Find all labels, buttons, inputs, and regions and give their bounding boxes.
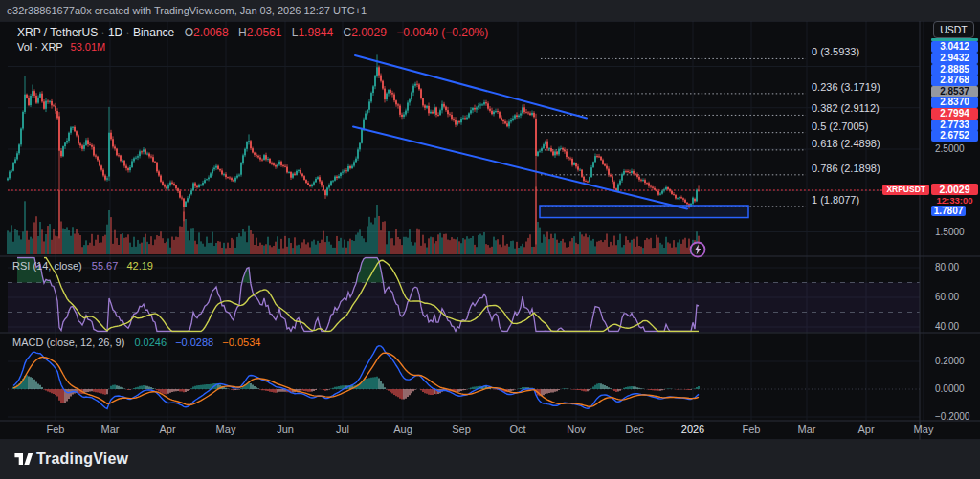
high-label: H [238,26,247,39]
macd-tick-label: 0.2000 [935,356,965,366]
last-price-label[interactable]: 2.0029 [931,184,978,195]
price-alert-label[interactable]: 3.0412 [931,41,978,53]
price-alert-label[interactable]: 2.7994 [931,108,978,120]
macd-hist-value: 0.0246 [134,337,167,348]
fib-level-label: 0.618 (2.4898) [812,138,880,149]
time-axis-label: Apr [858,424,874,435]
fib-level-label: 1 (1.8077) [812,194,859,206]
fib-level-label: 0.5 (2.7005) [812,120,868,132]
fib-level-label: 0.786 (2.1898) [812,163,880,174]
rsi-value: 55.67 [92,260,119,272]
fib-level-label: 0 (3.5933) [812,46,859,57]
time-axis-label: Jul [336,424,349,435]
macd-tick-label: 0.0000 [935,383,965,394]
rsi-title: RSI (14, close) [12,260,82,272]
price-alert-label[interactable]: 2.9432 [931,53,978,64]
price-alert-label[interactable]: 2.7733 [931,120,978,131]
time-axis-label: Apr [159,424,175,435]
time-axis-label: Nov [567,424,586,435]
price-alert-label[interactable]: 2.8370 [931,97,978,108]
time-axis-label: Feb [743,424,761,435]
time-axis-label: Dec [625,424,644,435]
price-alert-label[interactable]: 2.8885 [931,64,978,76]
time-axis-label: Sep [452,424,471,435]
time-axis-label: May [216,424,236,435]
macd-signal-value: −0.0534 [222,337,260,348]
rsi-ma-value: 42.19 [126,260,153,272]
fib-level-label: 0.382 (2.9112) [812,102,880,114]
bar-countdown: 12:33:00 [931,195,978,206]
lightning-bolt-icon[interactable] [688,240,707,259]
currency-toggle-button[interactable]: USDT [933,21,974,38]
footer-bar: TradingView [0,440,980,479]
symbol-title[interactable]: XRP / TetherUS · 1D · Binance [17,26,174,39]
rsi-tick-label: 80.00 [935,262,959,272]
volume-legend[interactable]: Vol · XRP 53.01M [17,41,105,53]
time-axis-label: Feb [47,424,65,435]
close-value: 2.0029 [351,26,387,39]
high-value: 2.0561 [247,26,282,39]
close-label: C [343,26,351,39]
rsi-tick-label: 40.00 [935,321,959,332]
chart-canvas[interactable] [0,0,980,479]
time-axis-label: May [914,424,934,435]
price-alert-label[interactable]: 2.6752 [931,130,978,142]
attribution-text: e32r38861677a0x created with TradingView… [7,5,367,16]
price-tick-label: 1.5000 [935,227,965,237]
macd-legend[interactable]: MACD (close, 12, 26, 9) 0.0246 −0.0288 −… [12,337,260,348]
macd-line-value: −0.0288 [175,337,213,348]
tradingview-logo-icon[interactable] [11,448,34,469]
time-axis-label: Oct [509,424,525,435]
open-value: 2.0068 [193,26,229,39]
rsi-legend[interactable]: RSI (14, close) 55.67 42.19 [12,260,153,272]
low-value: 1.9844 [298,26,333,39]
time-axis-label: Mar [798,424,816,435]
macd-tick-label: −0.2000 [935,411,969,422]
time-axis-label: 2026 [681,424,704,435]
symbol-price-flag[interactable]: XRPUSDT [882,185,929,195]
macd-title: MACD (close, 12, 26, 9) [12,337,124,348]
time-axis-label: Aug [393,424,412,435]
support-price-label[interactable]: 1.7807 [931,206,966,216]
volume-value: 53.01M [71,41,106,53]
tradingview-brand[interactable]: TradingView [36,450,128,468]
time-axis-label: Mar [101,424,120,435]
open-label: O [185,26,193,39]
attribution-bar: e32r38861677a0x created with TradingView… [0,0,980,21]
fib-level-label: 0.236 (3.1719) [812,81,880,93]
rsi-tick-label: 60.00 [935,292,959,302]
volume-label: Vol · XRP [17,41,63,53]
price-tick-label: 2.5000 [935,143,965,154]
price-alert-label[interactable]: 2.8537 [931,86,978,98]
change-value: −0.0040 (−0.20%) [396,26,488,39]
time-axis-label: Jun [277,424,294,435]
tradingview-chart-window: e32r38861677a0x created with TradingView… [0,0,980,479]
symbol-legend[interactable]: XRP / TetherUS · 1D · Binance O2.0068 H2… [17,26,488,39]
price-alert-label[interactable]: 2.8768 [931,75,978,86]
